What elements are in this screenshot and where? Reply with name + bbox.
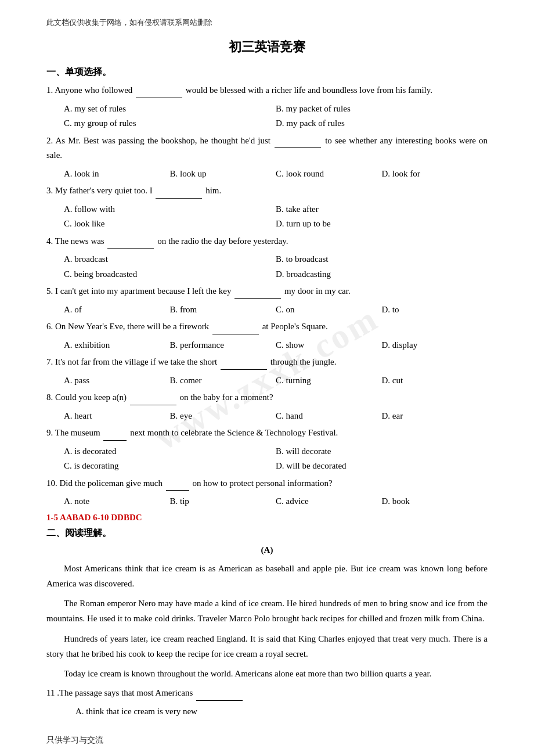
q5-option-c: C. on (276, 303, 382, 318)
question-7: 7. It's not far from the village if we t… (46, 355, 488, 370)
question-2: 2. As Mr. Best was passing the bookshop,… (46, 134, 488, 163)
q2-blank (275, 147, 321, 148)
q8-number: 8. Could you keep a(n) (46, 393, 129, 402)
q5-option-a: A. of (64, 303, 170, 318)
q3-options: A. follow with B. take after C. look lik… (64, 202, 488, 232)
q6-option-a: A. exhibition (64, 338, 170, 353)
q7-option-a: A. pass (64, 373, 170, 388)
passage-para-3: Hundreds of years later, ice cream reach… (46, 631, 488, 662)
q8-text2: on the baby for a moment? (178, 393, 273, 402)
q9-blank (103, 440, 127, 441)
q3-option-d: D. turn up to be (276, 217, 488, 232)
q4-option-a: A. broadcast (64, 252, 276, 267)
q5-text2: my door in my car. (282, 286, 350, 296)
q1-option-a: A. my set of rules (64, 102, 276, 117)
passage-para-2: The Roman emperor Nero may have made a k… (46, 596, 488, 627)
q4-option-b: B. to broadcast (276, 252, 488, 267)
q6-number: 6. On New Year's Eve, there will be a fi… (46, 322, 211, 331)
top-note: 此文档仅供收集于网络，如有侵权请联系网站删除 (46, 17, 488, 28)
q5-blank (234, 298, 281, 299)
q2-number: 2. As Mr. Best was passing the bookshop,… (46, 136, 273, 145)
q8-option-a: A. heart (64, 409, 170, 424)
question-3: 3. My father's very quiet too. I him. (46, 183, 488, 199)
q9-option-b: B. will decorate (276, 444, 488, 459)
q8-option-b: B. eye (170, 409, 276, 424)
q7-text2: through the jungle. (268, 357, 336, 366)
q9-option-c: C. is decorating (64, 459, 276, 474)
q1-option-c: C. my group of rules (64, 116, 276, 131)
q7-option-d: D. cut (382, 373, 488, 388)
q10-option-a: A. note (64, 494, 170, 509)
q3-option-b: B. take after (276, 202, 488, 217)
passage-para-1: Most Americans think that ice cream is a… (46, 561, 488, 592)
q6-options: A. exhibition B. performance C. show D. … (64, 338, 488, 353)
question-4: 4. The news was on the radio the day bef… (46, 234, 488, 249)
q6-option-d: D. display (382, 338, 488, 353)
q8-option-d: D. ear (382, 409, 488, 424)
q4-option-c: C. being broadcasted (64, 267, 276, 282)
main-title: 初三英语竞赛 (46, 38, 488, 56)
q9-number: 9. The museum (46, 428, 102, 437)
q10-option-b: B. tip (170, 494, 276, 509)
q8-blank (130, 405, 176, 405)
q4-number: 4. The news was (46, 236, 106, 246)
subsection-a-label: (A) (46, 545, 488, 555)
q7-options: A. pass B. comer C. turning D. cut (64, 373, 488, 388)
q3-number: 3. My father's very quiet too. I (46, 186, 154, 195)
q2-option-c: C. look round (276, 167, 382, 182)
q2-options: A. look in B. look up C. look round D. l… (64, 167, 488, 182)
q10-option-d: D. book (382, 494, 488, 509)
q6-option-c: C. show (276, 338, 382, 353)
q9-option-a: A. is decorated (64, 444, 276, 459)
q4-options: A. broadcast B. to broadcast C. being br… (64, 252, 488, 282)
q1-options: A. my set of rules B. my packet of rules… (64, 102, 488, 131)
question-8: 8. Could you keep a(n) on the baby for a… (46, 390, 488, 405)
answers: 1-5 AABAD 6-10 DDBDC (46, 513, 488, 523)
section1-title: 一、单项选择。 (46, 66, 488, 78)
q10-blank (166, 490, 189, 491)
q1-option-b: B. my packet of rules (276, 102, 488, 117)
q10-text2: on how to protect personal information? (190, 478, 333, 488)
q1-option-d: D. my pack of rules (276, 116, 488, 131)
q1-blank (136, 98, 182, 98)
q1-text2: would be blessed with a richer life and … (183, 85, 432, 95)
q1-number: 1. Anyone who followed (46, 85, 135, 95)
section2-title: 二、阅读理解。 (46, 527, 488, 539)
q5-option-d: D. to (382, 303, 488, 318)
question-5: 5. I can't get into my apartment because… (46, 284, 488, 299)
q4-blank (107, 248, 154, 249)
q9-options: A. is decorated B. will decorate C. is d… (64, 444, 488, 474)
q6-text2: at People's Square. (260, 322, 328, 331)
q4-text2: on the radio the day before yesterday. (155, 236, 288, 246)
question-9: 9. The museum next month to celebrate th… (46, 426, 488, 441)
q3-option-c: C. look like (64, 217, 276, 232)
q6-blank (212, 334, 259, 334)
q10-option-c: C. advice (276, 494, 382, 509)
q7-option-b: B. comer (170, 373, 276, 388)
q9-option-d: D. will be decorated (276, 459, 488, 474)
question-1: 1. Anyone who followed would be blessed … (46, 83, 488, 98)
q11-blank (196, 700, 243, 701)
q8-option-c: C. hand (276, 409, 382, 424)
q9-text2: next month to celebrate the Science & Te… (128, 428, 338, 437)
question-10: 10. Did the policeman give much on how t… (46, 476, 488, 491)
q5-option-b: B. from (170, 303, 276, 318)
q11-option-a: A. think that ice cream is very new (75, 704, 488, 719)
q2-option-a: A. look in (64, 167, 170, 182)
q2-option-d: D. look for (382, 167, 488, 182)
q6-option-b: B. performance (170, 338, 276, 353)
passage-para-4: Today ice cream is known throughout the … (46, 666, 488, 681)
q4-option-d: D. broadcasting (276, 267, 488, 282)
q5-number: 5. I can't get into my apartment because… (46, 286, 233, 296)
q7-number: 7. It's not far from the village if we t… (46, 357, 219, 366)
bottom-note: 只供学习与交流 (46, 735, 103, 746)
q10-options: A. note B. tip C. advice D. book (64, 494, 488, 509)
q5-options: A. of B. from C. on D. to (64, 303, 488, 318)
q3-blank (156, 198, 202, 199)
q10-number: 10. Did the policeman give much (46, 478, 165, 488)
q7-blank (221, 369, 267, 370)
q11-number: 11 .The passage says that most Americans (46, 688, 195, 697)
q8-options: A. heart B. eye C. hand D. ear (64, 409, 488, 424)
q7-option-c: C. turning (276, 373, 382, 388)
question-6: 6. On New Year's Eve, there will be a fi… (46, 319, 488, 334)
